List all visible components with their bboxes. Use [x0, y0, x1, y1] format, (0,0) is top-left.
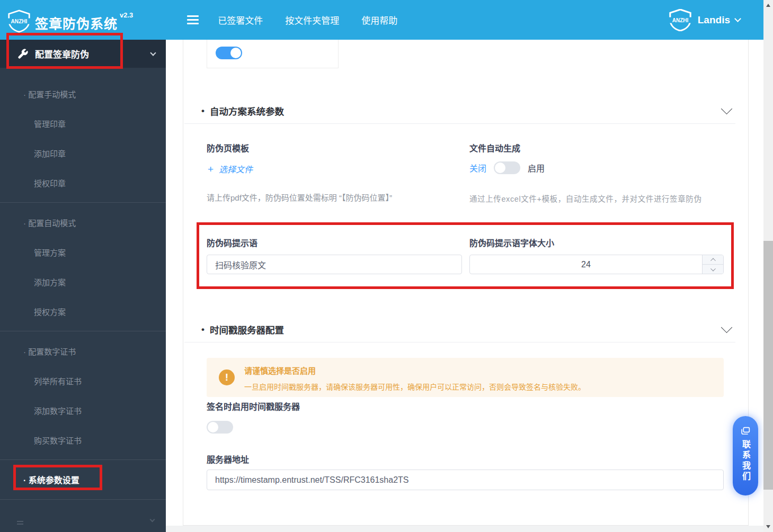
autogen-on-label[interactable]: 启用: [528, 161, 545, 174]
stepper-buttons: [702, 255, 723, 274]
page-background: [166, 526, 763, 532]
choose-file-link[interactable]: + 选择文件: [208, 163, 253, 175]
svg-text:ANZHI: ANZHI: [11, 18, 28, 24]
contact-us-button[interactable]: 联系我们: [733, 416, 758, 495]
chevron-down-icon: [710, 266, 716, 271]
wrench-icon: [17, 48, 29, 60]
server-address-label: 服务器地址: [207, 453, 249, 465]
app-title: 签章防伪系统: [35, 13, 118, 32]
decrement-button[interactable]: [703, 265, 723, 274]
vertical-scrollbar[interactable]: [763, 0, 773, 532]
top-nav-item[interactable]: 已签署文件: [218, 13, 263, 26]
chat-icon: [740, 426, 751, 437]
app-version: v2.3: [120, 11, 133, 19]
template-hint: 请上传pdf文件，防伪码位置处需标明 “【防伪码位置】”: [207, 192, 392, 203]
sidebar-item[interactable]: 授权印章: [0, 168, 166, 197]
autogen-label: 文件自动生成: [469, 141, 520, 154]
sidebar-item[interactable]: 管理印章: [0, 109, 166, 138]
user-menu[interactable]: ANZHI Landis: [668, 0, 740, 40]
settings-panel: • 自动方案系统参数 防伪页模板 文件自动生成 + 选择文件 关闭 启用 请上传…: [183, 40, 749, 526]
bullet-icon: •: [201, 324, 205, 335]
autogen-toggle-switch[interactable]: [494, 161, 520, 174]
scrollbar-thumb[interactable]: [763, 241, 773, 490]
sidebar-divider: [0, 459, 166, 460]
scroll-up-arrow[interactable]: [766, 4, 770, 7]
sidebar: 配置签章防伪 · 配置手动模式管理印章添加印章授权印章· 配置自动模式管理方案添…: [0, 40, 166, 532]
server-address-input[interactable]: [207, 470, 724, 490]
alert-title: 请谨慎选择是否启用: [244, 365, 316, 376]
svg-text:ANZHI: ANZHI: [672, 17, 688, 23]
sidebar-group-heading[interactable]: · 系统参数设置: [0, 465, 166, 494]
top-bar: ANZHI 签章防伪系统 v2.3 已签署文件按文件夹管理使用帮助 ANZHI …: [0, 0, 763, 40]
sidebar-item[interactable]: 添加数字证书: [0, 395, 166, 425]
enable-timestamp-label: 签名时启用时间戳服务器: [207, 400, 300, 412]
autogen-off-label[interactable]: 关闭: [469, 161, 486, 174]
chevron-up-icon: [710, 258, 716, 263]
collapse-chevron-icon[interactable]: [721, 322, 732, 333]
font-size-label: 防伪码提示语字体大小: [469, 236, 554, 249]
sidebar-divider: [0, 202, 166, 203]
autogen-toggle-row: 关闭 启用: [469, 161, 545, 174]
alert-body: 一旦启用时间戳服务器，请确保该服务器可用性，确保用户可以正常访问，否则会导致签名…: [244, 381, 585, 392]
warning-icon: !: [219, 369, 235, 385]
sidebar-item[interactable]: 添加方案: [0, 267, 166, 296]
chevron-down-icon: [150, 517, 155, 522]
prompt-label: 防伪码提示语: [207, 236, 257, 249]
sidebar-item[interactable]: 列举所有证书: [0, 366, 166, 395]
template-label: 防伪页模板: [207, 141, 249, 154]
divider: [184, 342, 735, 342]
sidebar-divider: [0, 499, 166, 500]
sidebar-item[interactable]: 购买数字证书: [0, 425, 166, 455]
sidebar-item[interactable]: 授权方案: [0, 296, 166, 326]
sidebar-main-label: 配置签章防伪: [35, 47, 89, 60]
font-size-input[interactable]: [470, 255, 723, 274]
section-title-auto-params: • 自动方案系统参数: [201, 104, 284, 118]
timestamp-toggle-switch[interactable]: [207, 421, 233, 434]
section-title-timestamp: • 时间戳服务器配置: [201, 323, 284, 336]
anzhi-shield-logo: ANZHI: [668, 9, 692, 31]
scroll-down-arrow[interactable]: [766, 525, 770, 528]
sidebar-group-heading[interactable]: · 配置自动模式: [0, 208, 166, 237]
increment-button[interactable]: [703, 255, 723, 265]
sidebar-divider: [0, 331, 166, 331]
sidebar-item[interactable]: 管理方案: [0, 237, 166, 267]
anzhi-shield-logo: ANZHI: [7, 9, 31, 33]
sidebar-item[interactable]: 添加印章: [0, 138, 166, 168]
sidebar-group-heading[interactable]: · 配置手动模式: [0, 79, 166, 109]
sidebar-collapsed-item[interactable]: [0, 512, 166, 532]
hamburger-icon[interactable]: [187, 15, 199, 24]
bullet-icon: •: [201, 106, 205, 116]
brand: ANZHI 签章防伪系统 v2.3: [0, 7, 133, 33]
prompt-input[interactable]: [207, 255, 462, 274]
header-nav: 已签署文件按文件夹管理使用帮助: [218, 13, 397, 26]
top-nav-item[interactable]: 按文件夹管理: [285, 13, 339, 26]
top-toggle-switch[interactable]: [216, 47, 242, 59]
divider: [184, 123, 735, 124]
top-nav-item[interactable]: 使用帮助: [361, 13, 397, 26]
menu-icon: [17, 521, 23, 525]
chevron-down-icon: [734, 15, 741, 22]
plus-icon: +: [208, 164, 214, 174]
sidebar-group-heading[interactable]: · 配置数字证书: [0, 336, 166, 366]
chevron-down-icon: [150, 50, 156, 56]
user-name: Landis: [698, 14, 730, 26]
contact-label: 联系我们: [739, 440, 752, 482]
main-content: • 自动方案系统参数 防伪页模板 文件自动生成 + 选择文件 关闭 启用 请上传…: [166, 40, 763, 532]
warning-alert: ! 请谨慎选择是否启用 一旦启用时间戳服务器，请确保该服务器可用性，确保用户可以…: [207, 358, 724, 397]
sidebar-menu: · 配置手动模式管理印章添加印章授权印章· 配置自动模式管理方案添加方案授权方案…: [0, 79, 166, 504]
collapse-chevron-icon[interactable]: [721, 103, 732, 114]
sidebar-item-configure-seal[interactable]: 配置签章防伪: [0, 40, 166, 68]
top-toggle-card: [207, 39, 339, 68]
autogen-hint: 通过上传excel文件+模板，自动生成文件，并对文件进行签章防伪: [469, 193, 702, 204]
font-size-stepper: [469, 255, 724, 274]
